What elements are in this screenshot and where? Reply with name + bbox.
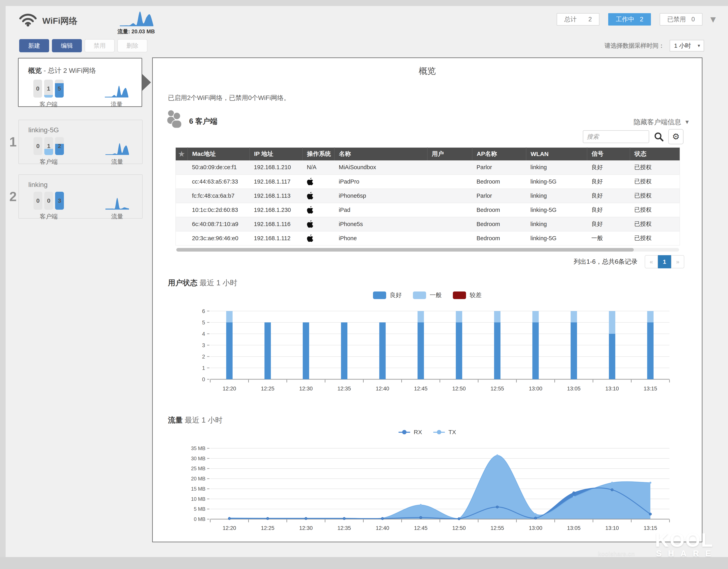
bottom-strip — [0, 557, 728, 569]
table-scrollbar[interactable] — [176, 248, 679, 252]
legend-item-一般[interactable]: 一般 — [413, 291, 442, 299]
svg-text:6: 6 — [202, 308, 205, 314]
sample-time-row: 请选择数据采样时间： 1 小时 ▼ — [605, 40, 704, 52]
client-count-bar: 1 — [44, 80, 53, 98]
svg-text:13:15: 13:15 — [644, 386, 657, 392]
prev-page-button[interactable]: « — [645, 255, 658, 268]
sample-time-value: 1 小时 — [674, 42, 691, 50]
delete-button[interactable]: 删除 — [117, 39, 147, 52]
filter-total-button[interactable]: 总计2 — [557, 13, 599, 26]
apple-icon — [307, 192, 313, 200]
edit-button[interactable]: 编辑 — [52, 39, 82, 52]
cell-signal: 一般 — [587, 231, 630, 246]
column-header[interactable]: 信号 — [587, 148, 630, 160]
clients-heading: 6 客户端 — [189, 116, 217, 126]
svg-text:12:20: 12:20 — [223, 525, 236, 531]
sample-time-select[interactable]: 1 小时 ▼ — [670, 40, 704, 52]
column-header[interactable]: WLAN — [526, 148, 587, 160]
new-button[interactable]: 新建 — [19, 39, 49, 52]
column-header[interactable]: 名称 — [334, 148, 427, 160]
star-column-header[interactable]: ★ — [176, 148, 188, 160]
next-page-button[interactable]: » — [671, 255, 684, 268]
column-header[interactable]: 状态 — [630, 148, 680, 160]
collapse-caret-icon[interactable]: ▼ — [708, 14, 718, 25]
apple-icon — [307, 206, 313, 214]
cell-ip: 192.168.1.116 — [250, 217, 303, 231]
cell-status: 已授权 — [630, 160, 680, 175]
search-icon[interactable] — [654, 132, 664, 142]
clients-table: ★Mac地址IP 地址操作系统名称用户AP名称WLAN信号状态 50:a0:09… — [176, 148, 680, 246]
cell-star — [176, 160, 188, 175]
table-row[interactable]: fc:fc:48:ca:6a:b7192.168.1.113iPhone6spP… — [176, 189, 680, 203]
client-count-bar: 0 — [34, 137, 42, 155]
cell-status: 已授权 — [630, 175, 680, 189]
svg-text:12:55: 12:55 — [491, 525, 504, 531]
svg-text:12:50: 12:50 — [452, 386, 466, 392]
header-traffic-sparkline — [119, 10, 154, 26]
cell-name: iPhone — [334, 231, 427, 246]
wifi-networks-page: WiFi网络 流量: 20.03 MB 总计2工作中2已禁用0 ▼ 新建编辑禁用… — [0, 0, 728, 569]
column-header[interactable]: 用户 — [427, 148, 472, 160]
apple-icon — [307, 234, 313, 243]
cell-name: iPhone5s — [334, 217, 427, 231]
disable-button[interactable]: 禁用 — [85, 39, 115, 52]
svg-text:3: 3 — [202, 342, 205, 348]
hide-client-info-link[interactable]: 隐藏客户端信息 ▼ — [634, 118, 690, 127]
sidebar-card-overview[interactable]: 概览 - 总计 2 WiFi网络 015 客户端 流量 — [18, 58, 142, 107]
legend-item-较差[interactable]: 较差 — [453, 291, 482, 299]
cell-star — [176, 203, 188, 217]
table-row[interactable]: 50:a0:09:de:ce:f1192.168.1.210N/AMiAiSou… — [176, 160, 680, 175]
svg-text:13:00: 13:00 — [529, 525, 542, 531]
sidebar-card-linking-5G[interactable]: linking-5G012客户端流量 — [18, 120, 143, 164]
apple-icon — [307, 220, 313, 228]
svg-text:13:05: 13:05 — [567, 525, 581, 531]
sidebar-card-linking[interactable]: linking003客户端流量 — [18, 174, 143, 219]
koolshare-watermark: koolshare.cn KOOL SHARE — [645, 531, 724, 558]
svg-text:10 MB: 10 MB — [191, 496, 205, 502]
search-input[interactable] — [583, 130, 649, 143]
column-header[interactable]: 操作系统 — [303, 148, 334, 160]
network-card-title: linking-5G — [28, 126, 142, 134]
svg-text:30 MB: 30 MB — [191, 456, 205, 461]
cell-status: 已授权 — [630, 203, 680, 217]
cell-star — [176, 231, 188, 246]
top-strip — [0, 0, 728, 6]
svg-text:1: 1 — [202, 365, 205, 371]
svg-text:15 MB: 15 MB — [191, 486, 205, 492]
traffic-sparkline — [104, 84, 129, 98]
column-header[interactable]: AP名称 — [472, 148, 526, 160]
cell-os: N/A — [303, 160, 334, 175]
table-scrollbar-thumb[interactable] — [176, 248, 634, 252]
svg-text:35 MB: 35 MB — [191, 445, 205, 451]
filter-working-button[interactable]: 工作中2 — [608, 13, 651, 26]
cell-mac: 6c:40:08:71:10:a9 — [188, 217, 250, 231]
watermark-logo-bottom: SHARE — [645, 549, 724, 558]
cell-mac: 50:a0:09:de:ce:f1 — [188, 160, 250, 175]
cell-wlan: linking — [526, 160, 587, 175]
table-row[interactable]: 6c:40:08:71:10:a9192.168.1.116iPhone5sBe… — [176, 217, 680, 231]
svg-text:12:40: 12:40 — [376, 525, 389, 531]
table-row[interactable]: 10:1c:0c:2d:60:83192.168.1.230iPadBedroo… — [176, 203, 680, 217]
page-1-button[interactable]: 1 — [658, 255, 671, 268]
table-row[interactable]: cc:44:63:a5:67:33192.168.1.117iPadProBed… — [176, 175, 680, 189]
cell-os — [303, 231, 334, 246]
svg-text:0: 0 — [202, 376, 205, 382]
cell-user — [427, 160, 472, 175]
svg-text:13:05: 13:05 — [567, 386, 581, 392]
left-strip — [0, 6, 6, 569]
cell-ip: 192.168.1.210 — [250, 160, 303, 175]
svg-text:5: 5 — [202, 319, 205, 325]
svg-text:13:00: 13:00 — [529, 386, 542, 392]
filter-disabled-button[interactable]: 已禁用0 — [660, 13, 702, 26]
column-header[interactable]: Mac地址 — [188, 148, 250, 160]
legend-item-TX[interactable]: TX — [433, 429, 456, 435]
legend-item-RX[interactable]: RX — [399, 429, 422, 435]
gear-icon: ⚙ — [672, 133, 680, 141]
svg-text:12:45: 12:45 — [414, 525, 427, 531]
table-row[interactable]: 20:3c:ae:96:46:e0192.168.1.112iPhoneBedr… — [176, 231, 680, 246]
columns-settings-button[interactable]: ⚙ — [668, 129, 683, 144]
svg-text:2: 2 — [202, 354, 205, 360]
svg-text:4: 4 — [202, 331, 205, 337]
legend-item-良好[interactable]: 良好 — [373, 291, 402, 299]
column-header[interactable]: IP 地址 — [250, 148, 303, 160]
